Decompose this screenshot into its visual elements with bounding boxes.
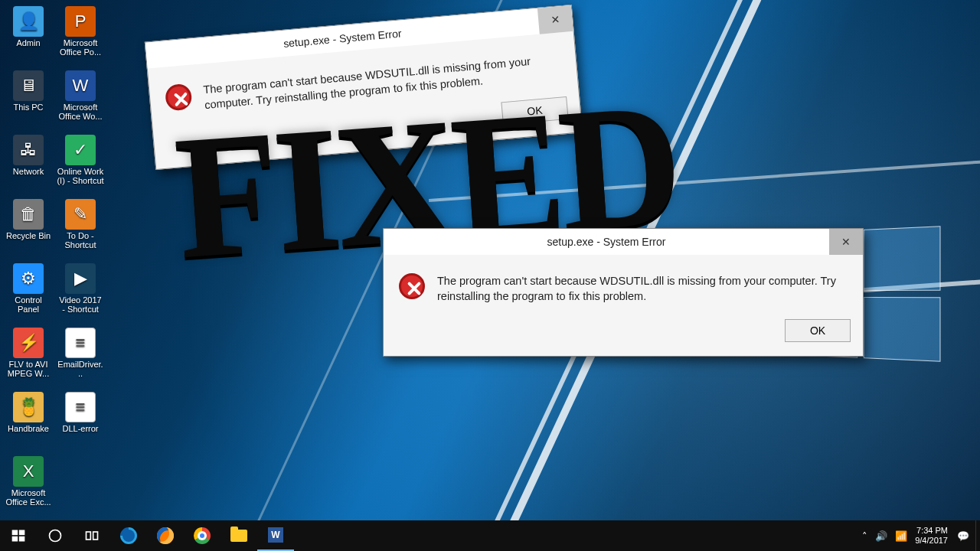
edge-icon (116, 523, 140, 547)
desktop-icon[interactable]: 👤Admin (5, 5, 52, 66)
error-icon (399, 273, 425, 299)
circle-icon (47, 528, 63, 543)
close-icon: ✕ (550, 13, 560, 26)
desktop-icon[interactable]: WMicrosoft Office Wo... (57, 69, 104, 130)
show-desktop-button[interactable] (975, 520, 980, 551)
taskbar: W ˄ 🔊 📶 7:34 PM 9/4/2017 💬 (0, 520, 980, 551)
svg-point-4 (50, 530, 61, 542)
tray-time: 7:34 PM (915, 526, 948, 536)
desktop-icon-label: Handbrake (5, 424, 52, 433)
dialog2-title: setup.exe - System Error (384, 236, 829, 248)
dialog2-titlebar[interactable]: setup.exe - System Error ✕ (384, 229, 863, 255)
app-icon: X (13, 456, 44, 487)
dialog2-message: The program can't start because WDSUTIL.… (437, 273, 848, 304)
desktop-icon-label: Control Panel (5, 295, 52, 314)
desktop-icon[interactable]: ≡EmailDriver... (57, 326, 104, 387)
svg-rect-0 (12, 530, 18, 536)
app-icon: W (65, 70, 96, 101)
desktop-icon-label: To Do - Shortcut (57, 231, 104, 249)
taskbar-file-explorer[interactable] (220, 520, 257, 551)
desktop-icon-label: Admin (5, 38, 52, 47)
taskbar-chrome[interactable] (184, 520, 220, 551)
chrome-icon (194, 527, 211, 544)
svg-rect-1 (19, 530, 25, 536)
start-button[interactable] (0, 520, 37, 551)
app-icon: ✎ (65, 199, 96, 230)
desktop-icon[interactable]: ⚡FLV to AVI MPEG W... (5, 326, 52, 387)
desktop-icon-label: DLL-error (57, 424, 104, 433)
dialog2-close-button[interactable]: ✕ (829, 229, 863, 255)
app-icon: 🗑 (13, 199, 44, 230)
app-icon: ⚙ (13, 263, 44, 294)
desktop-icon-label: Network (5, 167, 52, 176)
desktop-icon-label: Microsoft Office Po... (57, 38, 104, 57)
app-icon: 🍍 (13, 392, 44, 422)
desktop-icon-label: Video 2017 - Shortcut (57, 295, 104, 314)
desktop-icons-grid: 👤AdminPMicrosoft Office Po...🖥This PCWMi… (5, 5, 104, 516)
taskbar-word[interactable]: W (257, 520, 294, 551)
svg-rect-5 (87, 532, 91, 540)
taskbar-firefox[interactable] (147, 520, 184, 551)
error-icon (165, 83, 193, 112)
tray-volume-icon[interactable]: 🔊 (875, 530, 887, 542)
dialog1-close-button[interactable]: ✕ (537, 5, 573, 34)
task-view-icon (84, 528, 100, 543)
app-icon: ≡ (65, 328, 96, 358)
app-icon: 🖥 (13, 70, 44, 101)
dialog1-ok-button[interactable]: OK (501, 96, 568, 125)
app-icon: ⚡ (13, 328, 44, 358)
app-icon: ✓ (65, 135, 96, 165)
svg-rect-2 (12, 536, 18, 542)
desktop-icon[interactable]: 🖥This PC (5, 69, 52, 130)
close-icon: ✕ (841, 236, 851, 248)
desktop-icon[interactable]: ≡DLL-error (57, 390, 104, 452)
cortana-button[interactable] (37, 520, 74, 551)
task-view-button[interactable] (74, 520, 110, 551)
windows-icon (11, 528, 26, 543)
desktop-icon-label: FLV to AVI MPEG W... (5, 360, 52, 378)
desktop-icon-label: Microsoft Office Exc... (5, 488, 52, 507)
word-icon: W (268, 527, 283, 543)
desktop-icon[interactable]: ▶Video 2017 - Shortcut (57, 262, 104, 323)
desktop-icon-label: Microsoft Office Wo... (57, 103, 104, 121)
tray-chevron-up-icon[interactable]: ˄ (862, 530, 867, 542)
desktop-icon-label: Recycle Bin (5, 231, 52, 240)
app-icon: 👤 (13, 6, 44, 37)
app-icon: ≡ (65, 392, 96, 422)
svg-rect-3 (19, 536, 25, 542)
error-dialog-2: setup.exe - System Error ✕ The program c… (383, 228, 864, 357)
desktop-icon[interactable]: 🗑Recycle Bin (5, 197, 52, 259)
tray-clock[interactable]: 7:34 PM 9/4/2017 (915, 526, 949, 546)
dialog2-ok-button[interactable]: OK (785, 319, 851, 342)
desktop-icon[interactable]: 🍍Handbrake (5, 390, 52, 452)
desktop-icon[interactable]: ✎To Do - Shortcut (57, 197, 104, 259)
desktop-icon[interactable]: XMicrosoft Office Exc... (5, 455, 52, 516)
desktop-icon[interactable]: ✓Online Work (I) - Shortcut (57, 133, 104, 194)
desktop-icon[interactable]: 🖧Network (5, 133, 52, 194)
tray-network-icon[interactable]: 📶 (895, 530, 907, 542)
app-icon: P (65, 6, 96, 37)
svg-rect-6 (93, 532, 98, 540)
desktop-icon-label: Online Work (I) - Shortcut (57, 167, 104, 185)
tray-date: 9/4/2017 (915, 536, 948, 546)
action-center-icon[interactable]: 💬 (957, 530, 969, 542)
app-icon: ▶ (65, 263, 96, 294)
desktop-icon[interactable]: ⚙Control Panel (5, 262, 52, 323)
folder-icon (230, 530, 247, 542)
desktop-icon-label: EmailDriver... (57, 360, 104, 378)
system-tray: ˄ 🔊 📶 7:34 PM 9/4/2017 💬 (856, 520, 975, 551)
app-icon: 🖧 (13, 135, 44, 165)
firefox-icon (157, 527, 174, 544)
desktop-icon-label: This PC (5, 103, 52, 112)
taskbar-edge[interactable] (110, 520, 147, 551)
desktop-icon[interactable]: PMicrosoft Office Po... (57, 5, 104, 66)
